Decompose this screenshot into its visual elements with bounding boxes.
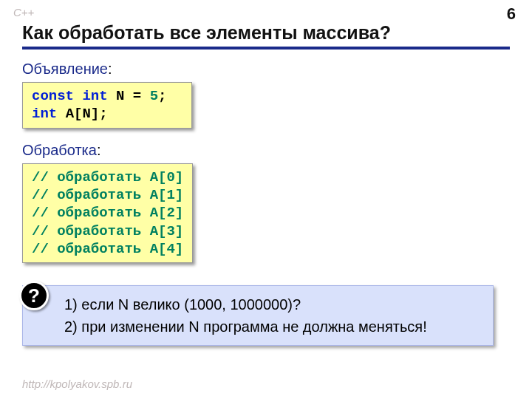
value-5: 5 xyxy=(150,88,158,104)
comment-line-0: // обработать A[0] xyxy=(32,168,183,186)
code-line-1: const int N = 5; xyxy=(32,87,183,105)
colon: : xyxy=(97,142,101,158)
comment-line-2: // обработать A[2] xyxy=(32,204,183,222)
code-declaration: const int N = 5; int A[N]; xyxy=(22,82,192,129)
callout-box: 1) если N велико (1000, 1000000)? 2) при… xyxy=(22,285,494,346)
page-number: 6 xyxy=(507,4,516,24)
content-area: Объявление: const int N = 5; int A[N]; О… xyxy=(22,58,510,346)
declaration-word: Объявление xyxy=(22,61,108,77)
page-title: Как обработать все элементы массива? xyxy=(22,22,510,50)
language-label: C++ xyxy=(13,6,34,18)
section-declaration-label: Объявление: xyxy=(22,61,510,78)
footer-url: http://kpolyakov.spb.ru xyxy=(22,378,132,390)
var-name: N xyxy=(116,88,124,104)
equals: = xyxy=(133,88,141,104)
keyword-int: int xyxy=(32,106,57,122)
array-decl: A[N]; xyxy=(66,106,108,122)
semicolon: ; xyxy=(158,88,166,104)
question-1: 1) если N велико (1000, 1000000)? xyxy=(64,293,481,316)
keyword-const: const xyxy=(32,88,74,104)
section-processing-label: Обработка: xyxy=(22,142,510,159)
comment-line-3: // обработать A[3] xyxy=(32,222,183,240)
keyword-int: int xyxy=(82,88,107,104)
colon: : xyxy=(108,61,112,77)
question-callout: ? 1) если N велико (1000, 1000000)? 2) п… xyxy=(22,285,510,346)
comment-line-4: // обработать A[4] xyxy=(32,240,183,258)
code-processing: // обработать A[0] // обработать A[1] //… xyxy=(22,163,193,264)
code-line-2: int A[N]; xyxy=(32,105,183,123)
question-badge-icon: ? xyxy=(19,281,49,310)
comment-line-1: // обработать A[1] xyxy=(32,186,183,204)
question-2: 2) при изменении N программа не должна м… xyxy=(64,316,481,338)
processing-word: Обработка xyxy=(22,142,97,158)
